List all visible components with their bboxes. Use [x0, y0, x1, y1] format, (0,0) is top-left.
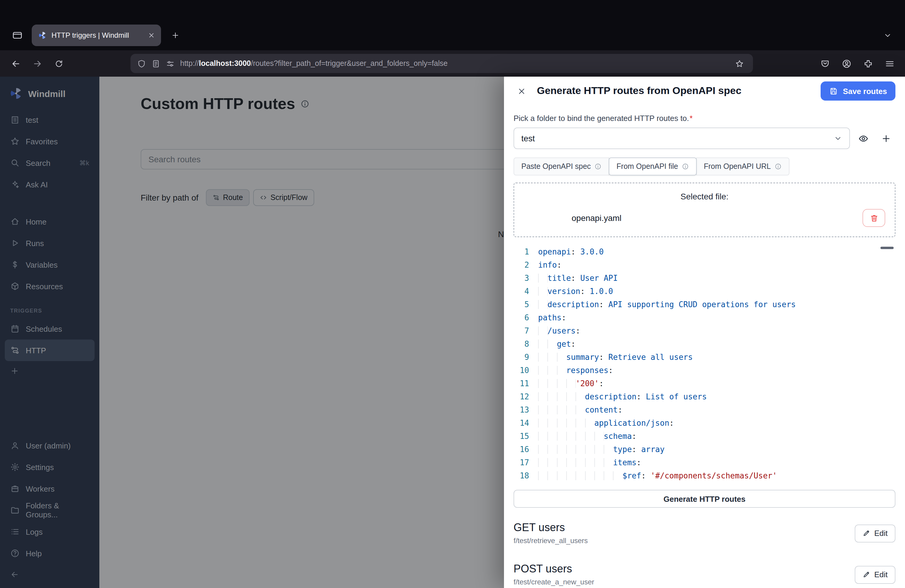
close-icon	[148, 32, 155, 39]
code-line: 15 schema:	[514, 430, 895, 443]
firefox-view-button[interactable]	[8, 26, 26, 44]
info-icon	[594, 163, 602, 170]
tab-close-button[interactable]	[145, 29, 157, 41]
code-line: 3 title: User API	[514, 272, 895, 285]
browser-chrome: HTTP triggers | Windmill http://localhos…	[0, 0, 905, 77]
tab-favicon-windmill-icon	[38, 31, 47, 40]
editor-scrollbar-thumb[interactable]	[880, 247, 894, 249]
generated-route-row: POST users f/test/create_a_new_user Edit	[514, 554, 895, 588]
generated-route-row: GET users f/test/retrieve_all_users Edit	[514, 513, 895, 554]
tab-title: HTTP triggers | Windmill	[51, 31, 141, 40]
selected-file-name: openapi.yaml	[572, 213, 622, 223]
bookmark-button[interactable]	[732, 56, 746, 71]
line-number: 15	[514, 430, 529, 443]
required-asterisk: *	[689, 114, 692, 123]
folder-label-text: Pick a folder to bind the generated HTTP…	[514, 114, 689, 123]
browser-tab-bar: HTTP triggers | Windmill	[0, 0, 905, 50]
folder-row: test	[514, 127, 895, 149]
code-line-text: paths:	[538, 311, 566, 324]
chevron-down-icon	[883, 31, 892, 40]
list-all-tabs-button[interactable]	[879, 26, 897, 44]
line-number: 17	[514, 456, 529, 469]
code-line: 8 get:	[514, 338, 895, 351]
code-line-text: schema:	[538, 430, 637, 443]
code-line: 14 application/json:	[514, 417, 895, 430]
code-lines: 1 openapi: 3.0.0 2 info: 3 title: User A…	[514, 245, 895, 483]
edit-route-label: Edit	[874, 529, 888, 538]
trash-icon	[869, 213, 878, 222]
close-icon	[517, 86, 526, 95]
pocket-icon	[820, 58, 830, 68]
edit-route-button[interactable]: Edit	[854, 524, 895, 542]
code-line-text: '200':	[538, 377, 603, 390]
line-number: 6	[514, 311, 529, 324]
new-tab-button[interactable]	[167, 26, 184, 44]
code-line: 9 summary: Retrieve all users	[514, 351, 895, 364]
drawer-close-button[interactable]	[514, 83, 529, 99]
selected-file-box: Selected file: openapi.yaml	[514, 183, 895, 237]
line-number: 18	[514, 469, 529, 483]
save-routes-label: Save routes	[843, 86, 887, 95]
tracking-shield-icon	[137, 59, 146, 68]
line-number: 2	[514, 259, 529, 272]
source-tab-from-openapi-url[interactable]: From OpenAPI URL	[696, 157, 789, 175]
save-icon	[829, 86, 838, 95]
folder-select[interactable]: test	[514, 127, 850, 149]
line-number: 5	[514, 298, 529, 311]
puzzle-icon	[863, 58, 873, 68]
edit-route-label: Edit	[874, 570, 888, 579]
create-folder-button[interactable]	[876, 129, 895, 148]
route-path: f/test/retrieve_all_users	[514, 537, 588, 545]
code-line: 13 content:	[514, 404, 895, 417]
route-path: f/test/create_a_new_user	[514, 578, 594, 586]
line-number: 10	[514, 364, 529, 377]
bookmark-star-icon	[735, 59, 744, 68]
source-tab-label: From OpenAPI URL	[704, 162, 771, 171]
forward-button[interactable]	[27, 54, 47, 73]
generate-routes-button[interactable]: Generate HTTP routes	[514, 490, 895, 508]
save-routes-button[interactable]: Save routes	[821, 81, 895, 100]
browser-toolbar: http://localhost:3000/routes?filter_path…	[0, 50, 905, 77]
openapi-code-editor[interactable]: 1 openapi: 3.0.0 2 info: 3 title: User A…	[514, 245, 895, 483]
code-line-text: type: array	[538, 443, 665, 456]
code-line-text: info:	[538, 259, 561, 272]
code-line: 18 $ref: '#/components/schemas/User'	[514, 469, 895, 483]
code-line-text: openapi: 3.0.0	[538, 245, 603, 259]
browser-tab[interactable]: HTTP triggers | Windmill	[32, 25, 161, 46]
url-bar[interactable]: http://localhost:3000/routes?filter_path…	[130, 54, 753, 73]
line-number: 7	[514, 324, 529, 338]
code-line: 1 openapi: 3.0.0	[514, 245, 895, 259]
source-tab-paste-openapi-spec[interactable]: Paste OpenAPI spec	[514, 157, 609, 175]
extensions-button[interactable]	[858, 54, 878, 73]
generated-routes-list: GET users f/test/retrieve_all_users Edit…	[514, 513, 895, 588]
code-line-text: application/json:	[538, 417, 674, 430]
reload-button[interactable]	[49, 54, 68, 73]
pocket-button[interactable]	[815, 54, 834, 73]
line-number: 4	[514, 285, 529, 298]
plus-icon	[171, 31, 179, 40]
eye-icon	[858, 133, 868, 143]
code-line: 17 items:	[514, 456, 895, 469]
account-button[interactable]	[837, 54, 856, 73]
code-line: 7 /users:	[514, 324, 895, 338]
back-arrow-icon	[11, 58, 21, 68]
route-name: POST users	[514, 563, 594, 575]
firefox-view-icon	[12, 30, 23, 41]
pencil-icon	[862, 529, 870, 537]
back-button[interactable]	[6, 54, 25, 73]
account-icon	[841, 58, 851, 68]
drawer-header: Generate HTTP routes from OpenAPI spec S…	[504, 77, 905, 105]
hamburger-menu-icon	[884, 58, 894, 68]
edit-route-button[interactable]: Edit	[854, 566, 895, 583]
line-number: 9	[514, 351, 529, 364]
menu-button[interactable]	[880, 54, 899, 73]
openapi-drawer: Generate HTTP routes from OpenAPI spec S…	[504, 77, 905, 588]
drawer-body: Pick a folder to bind the generated HTTP…	[504, 105, 905, 588]
delete-file-button[interactable]	[862, 209, 885, 227]
line-number: 13	[514, 404, 529, 417]
code-line: 12 description: List of users	[514, 390, 895, 404]
url-scheme: http://	[180, 59, 199, 68]
view-folder-button[interactable]	[854, 129, 873, 148]
source-tab-from-openapi-file[interactable]: From OpenAPI file	[609, 157, 697, 175]
code-line-text: content:	[538, 404, 622, 417]
